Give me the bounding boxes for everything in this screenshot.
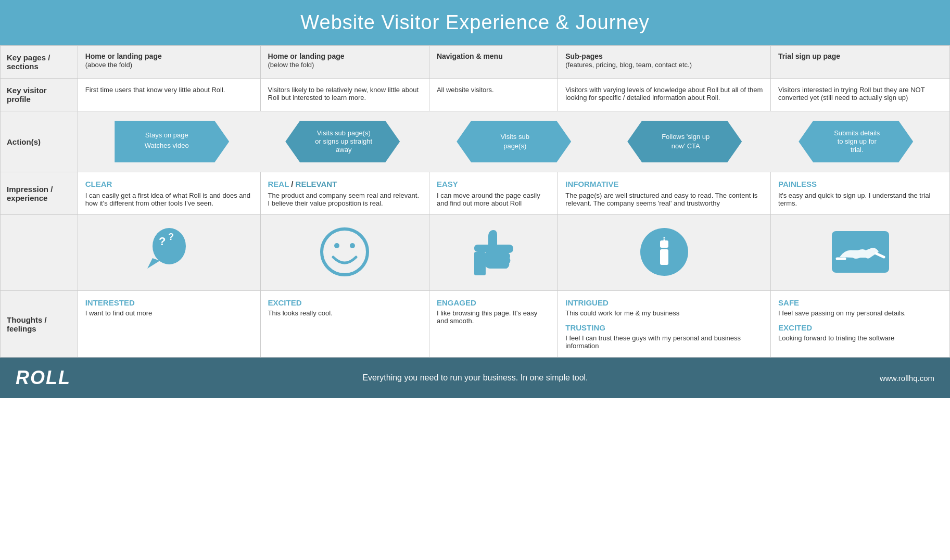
- thought-body-3-0: I like browsing this page. It's easy and…: [437, 309, 550, 325]
- smiley-icon: [319, 226, 371, 278]
- thought-title-2-0: EXCITED: [268, 298, 422, 307]
- col3-header-bold: Navigation & menu: [437, 52, 503, 60]
- svg-marker-7: [457, 121, 571, 162]
- col2-header-bold: Home or landing page: [268, 52, 345, 60]
- col5-header-bold: Trial sign up page: [778, 52, 840, 60]
- svg-marker-18: [147, 258, 160, 269]
- col4-header-bold: Sub-pages: [565, 52, 603, 60]
- impression-body-1: I can easily get a first idea of what Ro…: [85, 192, 253, 207]
- svg-text:?: ?: [159, 235, 166, 248]
- svg-text:?: ?: [168, 232, 174, 242]
- arrow-svg-5: Submits details to sign up for trial.: [767, 121, 944, 162]
- arrow-svg-1: Stays on page Watches video: [83, 121, 260, 162]
- actions-row: Action(s) Stays on page Watches video: [1, 111, 950, 172]
- icon-cell-2: [260, 215, 429, 291]
- col4-header-sub: (features, pricing, blog, team, contact …: [565, 61, 692, 69]
- thought-body-4-0: This could work for me & my business: [565, 309, 763, 317]
- svg-text:Stays on page: Stays on page: [145, 131, 188, 139]
- arrow-svg-3: Visits sub page(s): [425, 121, 602, 162]
- thought-title-5-0: SAFE: [778, 298, 942, 307]
- visitor-profile-label: Key visitor profile: [1, 79, 78, 111]
- impression-title-2: REAL / RELEVANT: [268, 180, 422, 188]
- profile-col4: Visitors with varying levels of knowledg…: [558, 79, 771, 111]
- thumbsup-icon: [470, 226, 517, 278]
- impression-col2: REAL / RELEVANT The product and company …: [260, 172, 429, 215]
- profile-col1: First time users that know very little a…: [78, 79, 260, 111]
- profile-col5: Visitors interested in trying Roll but t…: [771, 79, 950, 111]
- profile-col2: Visitors likely to be relatively new, kn…: [260, 79, 429, 111]
- action-arrow-4: Follows 'sign up now' CTA: [596, 121, 773, 162]
- col-header-3: Navigation & menu: [429, 46, 558, 79]
- impression-body-5: It's easy and quick to sign up. I unders…: [778, 192, 942, 207]
- svg-point-23: [350, 243, 355, 248]
- impression-title-1: CLEAR: [85, 180, 253, 188]
- svg-text:or signs up straight: or signs up straight: [315, 137, 372, 145]
- impression-title-3: EASY: [437, 180, 550, 188]
- arrow-svg-4: Follows 'sign up now' CTA: [596, 121, 773, 162]
- svg-text:Visits sub page(s): Visits sub page(s): [317, 129, 371, 137]
- thoughts-label: Thoughts / feelings: [1, 291, 78, 358]
- visitor-profile-row: Key visitor profile First time users tha…: [1, 79, 950, 111]
- impression-title-4: INFORMATIVE: [565, 180, 763, 188]
- profile-col3: All website visitors.: [429, 79, 558, 111]
- col-header-4: Sub-pages (features, pricing, blog, team…: [558, 46, 771, 79]
- action-arrow-1: Stays on page Watches video: [83, 121, 260, 162]
- impression-body-3: I can move around the page easily and fi…: [437, 192, 550, 207]
- thought-body-5-0: I feel save passing on my personal detai…: [778, 309, 942, 317]
- icon-cell-5: [771, 215, 950, 291]
- thoughts-col3: ENGAGED I like browsing this page. It's …: [429, 291, 558, 358]
- icon-cell-4: i: [558, 215, 771, 291]
- icon-cell-3: [429, 215, 558, 291]
- arrow-svg-2: Visits sub page(s) or signs up straight …: [254, 121, 431, 162]
- col-header-2: Home or landing page (below the fold): [260, 46, 429, 79]
- column-headers-row: Key pages / sections Home or landing pag…: [1, 46, 950, 79]
- key-pages-label: Key pages / sections: [1, 46, 78, 79]
- thought-title-4-0: INTRIGUED: [565, 298, 763, 307]
- impression-title-2b: RELEVANT: [296, 180, 337, 188]
- thought-title-3-0: ENGAGED: [437, 298, 550, 307]
- impression-row: Impression / experience CLEAR I can easi…: [1, 172, 950, 215]
- col-header-5: Trial sign up page: [771, 46, 950, 79]
- svg-text:to sign up for: to sign up for: [837, 137, 877, 145]
- svg-text:Visits sub: Visits sub: [500, 133, 529, 141]
- svg-point-22: [334, 243, 339, 248]
- thought-body-2-0: This looks really cool.: [268, 309, 422, 317]
- impression-col3: EASY I can move around the page easily a…: [429, 172, 558, 215]
- actions-label: Action(s): [1, 111, 78, 172]
- footer-tagline: Everything you need to run your business…: [362, 373, 588, 383]
- page-title: Website Visitor Experience & Journey: [0, 11, 950, 34]
- footer-url: www.rollhq.com: [880, 374, 934, 383]
- actions-arrows: Stays on page Watches video Visits sub p…: [83, 121, 944, 162]
- svg-point-21: [322, 229, 368, 275]
- col-header-1: Home or landing page (above the fold): [78, 46, 260, 79]
- thought-body-5-1: Looking forward to trialing the software: [778, 334, 942, 342]
- page-wrapper: Website Visitor Experience & Journey Key…: [0, 0, 950, 398]
- impression-label: Impression / experience: [1, 172, 78, 215]
- svg-text:away: away: [336, 146, 352, 154]
- thoughts-col4: INTRIGUED This could work for me & my bu…: [558, 291, 771, 358]
- thoughts-col2: EXCITED This looks really cool.: [260, 291, 429, 358]
- icon-row: ? ?: [1, 215, 950, 291]
- svg-text:Follows 'sign up: Follows 'sign up: [662, 133, 710, 141]
- footer-logo: ROLL: [16, 367, 71, 389]
- icon-row-label: [1, 215, 78, 291]
- impression-title-2a: REAL: [268, 180, 289, 188]
- footer: ROLL Everything you need to run your bus…: [0, 358, 950, 398]
- action-arrow-3: Visits sub page(s): [425, 121, 602, 162]
- page-header: Website Visitor Experience & Journey: [0, 0, 950, 45]
- svg-text:trial.: trial.: [850, 146, 863, 154]
- svg-text:now' CTA: now' CTA: [672, 142, 700, 150]
- svg-marker-10: [627, 121, 742, 162]
- info-icon: i: [638, 226, 690, 278]
- thoughts-col5: SAFE I feel save passing on my personal …: [771, 291, 950, 358]
- impression-col5: PAINLESS It's easy and quick to sign up.…: [771, 172, 950, 215]
- question-head-icon: ? ?: [143, 224, 195, 279]
- impression-body-2: The product and company seem real and re…: [268, 192, 422, 207]
- impression-body-4: The page(s) are well structured and easy…: [565, 192, 763, 207]
- impression-slash: /: [291, 180, 295, 188]
- thoughts-col1: INTERESTED I want to find out more: [78, 291, 260, 358]
- main-table: Key pages / sections Home or landing pag…: [0, 45, 950, 358]
- thought-title-4-1: TRUSTING: [565, 323, 763, 332]
- thought-title-5-1: EXCITED: [778, 323, 942, 332]
- thoughts-row: Thoughts / feelings INTERESTED I want to…: [1, 291, 950, 358]
